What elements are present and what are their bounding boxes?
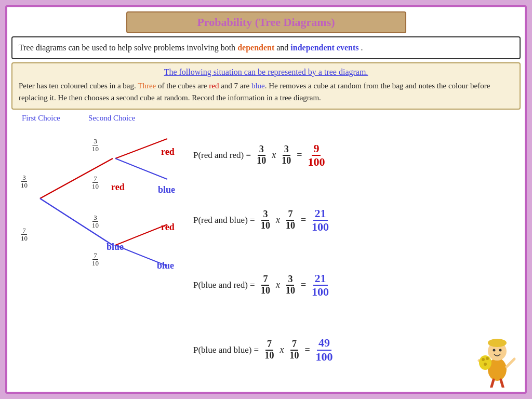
- title-bar: Probability (Tree Diagrams): [126, 11, 406, 33]
- equals-rb: =: [301, 215, 306, 225]
- intro-box: Tree diagrams can be used to help solve …: [11, 36, 521, 59]
- prob-row-red-blue: P(red and blue) = 310 x 710 = 21100: [193, 207, 515, 233]
- prob-label-rr: P(red and red) =: [193, 150, 253, 161]
- end-blue-bot-label: blue: [157, 260, 174, 271]
- main-blue-fraction: 7 10: [21, 227, 28, 243]
- svg-line-23: [507, 359, 514, 367]
- intro-text2: and: [276, 43, 290, 52]
- svg-line-12: [40, 198, 113, 245]
- prob-frac2-br: 310: [284, 274, 297, 296]
- blue-blue-fraction: 7 10: [92, 252, 99, 268]
- times-rr: x: [272, 150, 276, 161]
- prob-row-blue-red: P(blue and red) = 710 x 310 = 21100: [193, 272, 515, 298]
- svg-line-13: [115, 139, 167, 158]
- tree-section: First Choice Second Choice 3: [11, 113, 188, 388]
- times-br: x: [276, 280, 280, 290]
- times-bb: x: [280, 344, 284, 355]
- prob-label-br: P(blue and red) =: [193, 280, 257, 290]
- main-container: Probability (Tree Diagrams) Tree diagram…: [5, 5, 527, 394]
- tree-svg: [11, 113, 188, 279]
- diagram-area: First Choice Second Choice 3: [11, 113, 521, 388]
- svg-point-20: [493, 349, 496, 352]
- intro-text1: Tree diagrams can be used to help solve …: [19, 43, 235, 52]
- svg-line-25: [501, 380, 503, 388]
- prob-label-bb: P(blue and blue) =: [193, 345, 261, 355]
- intro-text3: .: [361, 43, 363, 52]
- red-red-fraction: 3 10: [92, 138, 99, 153]
- svg-line-14: [115, 158, 167, 179]
- mid-red-label: red: [111, 182, 125, 193]
- prob-frac1-br: 710: [259, 274, 272, 296]
- page-title: Probability (Tree Diagrams): [197, 16, 335, 29]
- main-red-fraction: 3 10: [21, 174, 28, 190]
- equals-rr: =: [297, 150, 302, 161]
- prob-row-red-red: P(red and red) = 310 x 310 = 9100: [193, 142, 515, 168]
- prob-label-rb: P(red and blue) =: [193, 215, 257, 225]
- prob-frac1-rr: 310: [255, 144, 268, 166]
- svg-point-28: [486, 357, 489, 360]
- prob-row-blue-blue: P(blue and blue) = 710 x 710 = 49100: [193, 337, 515, 363]
- mid-blue-label: blue: [107, 242, 124, 252]
- situation-title: The following situation can be represent…: [19, 68, 513, 77]
- svg-point-29: [484, 363, 487, 366]
- blue-red-fraction: 3 10: [92, 214, 99, 230]
- svg-point-21: [499, 349, 502, 352]
- end-red-top-label: red: [161, 147, 175, 157]
- situation-box: The following situation can be represent…: [11, 62, 521, 110]
- end-red-bot-label: red: [161, 222, 175, 233]
- prob-result-br: 21100: [310, 272, 330, 298]
- svg-point-27: [482, 358, 485, 361]
- prob-frac1-rb: 310: [259, 209, 272, 231]
- svg-point-19: [488, 339, 507, 347]
- prob-frac2-bb: 710: [288, 339, 300, 361]
- prob-frac2-rr: 310: [280, 144, 292, 166]
- equals-br: =: [301, 280, 306, 290]
- prob-section: P(red and red) = 310 x 310 = 9100 P(red …: [188, 113, 521, 388]
- intro-dependent: dependent: [237, 43, 274, 52]
- prob-frac1-bb: 710: [263, 339, 275, 361]
- prob-result-rr: 9100: [306, 142, 326, 168]
- intro-independent: independent events: [290, 43, 358, 52]
- decorative-kid: [474, 330, 521, 382]
- svg-line-11: [40, 158, 113, 198]
- red-blue-fraction: 7 10: [92, 175, 99, 191]
- prob-frac2-rb: 710: [284, 209, 297, 231]
- svg-line-24: [491, 380, 494, 388]
- situation-text: Peter has ten coloured cubes in a bag. T…: [19, 80, 513, 104]
- equals-bb: =: [304, 344, 310, 355]
- times-rb: x: [276, 215, 280, 225]
- prob-result-rb: 21100: [310, 207, 330, 233]
- end-blue-top-label: blue: [158, 184, 175, 195]
- prob-result-bb: 49100: [314, 337, 335, 363]
